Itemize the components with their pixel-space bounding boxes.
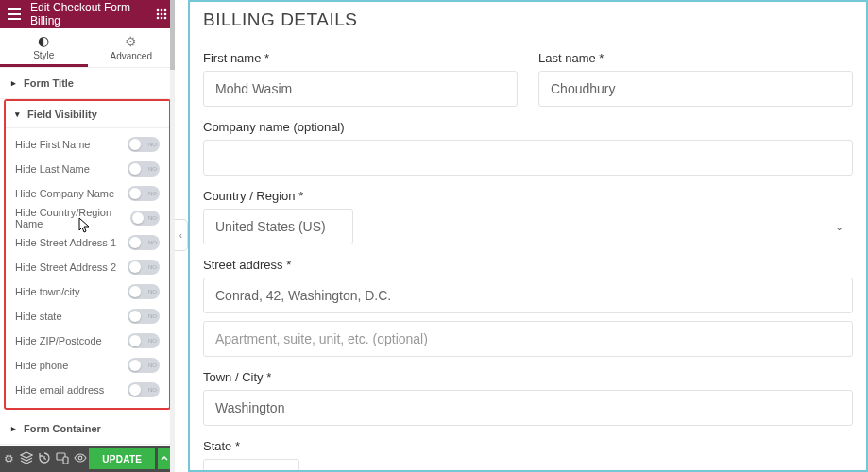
svg-point-3 — [157, 13, 160, 16]
town-label: Town / City * — [203, 370, 853, 384]
field-visibility-row: Hide Last NameNO — [15, 157, 160, 181]
section-form-container[interactable]: ▸ Form Container — [0, 413, 175, 445]
billing-heading: BILLING DETAILS — [203, 9, 853, 30]
company-input[interactable] — [203, 140, 853, 176]
company-label: Company name (optional) — [203, 120, 853, 134]
settings-icon[interactable]: ⚙ — [0, 452, 18, 465]
toggle-switch[interactable]: NO — [128, 137, 160, 152]
svg-rect-10 — [63, 457, 68, 464]
app-grid-icon[interactable] — [156, 8, 167, 20]
toggle-switch[interactable]: NO — [128, 333, 160, 348]
street-field: Street address * — [203, 258, 853, 313]
svg-point-2 — [164, 9, 167, 12]
field-visibility-row: Hide stateNO — [15, 304, 160, 329]
sidebar-footer: ⚙ UPDATE — [0, 446, 175, 472]
tab-label: Style — [33, 50, 54, 60]
field-visibility-row: Hide First NameNO — [15, 132, 160, 157]
field-visibility-row: Hide Company NameNO — [15, 181, 160, 206]
field-visibility-row: Hide phoneNO — [15, 353, 160, 378]
field-visibility-label: Hide state — [15, 311, 62, 322]
tab-label: Advanced — [111, 51, 152, 61]
country-label: Country / Region * — [203, 189, 853, 203]
history-icon[interactable] — [36, 451, 54, 467]
update-button[interactable]: UPDATE — [89, 448, 155, 469]
sidebar: Edit Checkout Form Billing ◐ Style ⚙ Adv… — [0, 0, 175, 472]
toggle-switch[interactable]: NO — [128, 382, 160, 397]
street-label: Street address * — [203, 258, 853, 272]
field-visibility-label: Hide Company Name — [15, 188, 114, 199]
svg-point-8 — [164, 17, 167, 20]
field-visibility-label: Hide town/city — [15, 286, 79, 297]
first-name-field: First name * — [203, 51, 518, 107]
toggle-switch[interactable]: NO — [130, 211, 160, 226]
toggle-switch[interactable]: NO — [128, 260, 160, 275]
field-visibility-label: Hide ZIP/Postcode — [15, 335, 102, 346]
panel-title: Edit Checkout Form Billing — [30, 1, 156, 27]
field-visibility-label: Hide First Name — [15, 139, 90, 150]
hamburger-icon[interactable] — [8, 8, 21, 20]
last-name-label: Last name * — [538, 51, 853, 65]
field-visibility-label: Hide Street Address 1 — [15, 237, 116, 248]
tab-advanced[interactable]: ⚙ Advanced — [88, 28, 176, 67]
section-label: Form Container — [24, 423, 101, 434]
field-visibility-label: Hide Last Name — [15, 163, 90, 175]
svg-point-7 — [161, 17, 163, 20]
field-visibility-row: Hide Street Address 2NO — [15, 255, 160, 279]
toggle-switch[interactable]: NO — [128, 358, 160, 373]
layers-icon[interactable] — [18, 451, 36, 467]
first-name-label: First name * — [203, 51, 518, 65]
last-name-input[interactable] — [538, 71, 853, 107]
tabs: ◐ Style ⚙ Advanced — [0, 28, 175, 68]
section-label: Form Title — [24, 77, 74, 89]
toggle-switch[interactable]: NO — [128, 309, 160, 324]
street1-input[interactable] — [203, 278, 853, 313]
collapse-panel-button[interactable]: ‹ — [175, 219, 188, 251]
town-input[interactable] — [203, 390, 853, 426]
chevron-right-icon: ▸ — [11, 78, 16, 88]
street2-field — [203, 321, 853, 357]
svg-point-11 — [78, 456, 82, 460]
toggle-switch[interactable]: NO — [128, 161, 160, 177]
preview-pane: BILLING DETAILS First name * Last name *… — [188, 0, 868, 472]
field-visibility-body: Hide First NameNOHide Last NameNOHide Co… — [6, 128, 169, 408]
style-icon: ◐ — [38, 33, 49, 48]
responsive-icon[interactable] — [53, 451, 71, 467]
field-visibility-label: Hide email address — [15, 384, 104, 396]
state-field: State * California ⌄ — [203, 439, 853, 472]
preview-icon[interactable] — [71, 451, 89, 467]
section-form-title[interactable]: ▸ Form Title — [0, 68, 175, 99]
svg-point-5 — [164, 13, 167, 16]
section-field-visibility-box: ▾ Field Visibility Hide First NameNOHide… — [4, 99, 171, 410]
field-visibility-row: Hide email addressNO — [15, 378, 160, 402]
town-field: Town / City * — [203, 370, 853, 426]
section-label: Field Visibility — [27, 109, 97, 120]
toggle-switch[interactable]: NO — [128, 235, 160, 250]
field-visibility-row: Hide town/cityNO — [15, 279, 160, 304]
chevron-down-icon: ⌄ — [835, 221, 843, 233]
chevron-down-icon: ▾ — [15, 110, 20, 119]
street2-input[interactable] — [203, 321, 853, 357]
field-visibility-row: Hide Street Address 1NO — [15, 230, 160, 255]
gear-icon: ⚙ — [125, 34, 137, 49]
last-name-field: Last name * — [538, 51, 853, 107]
first-name-input[interactable] — [203, 71, 518, 107]
country-field: Country / Region * United States (US) ⌄ — [203, 189, 853, 244]
field-visibility-label: Hide Country/Region Name — [15, 207, 130, 229]
update-options-button[interactable] — [158, 448, 171, 469]
sidebar-header: Edit Checkout Form Billing — [0, 0, 175, 28]
state-label: State * — [203, 439, 853, 453]
svg-point-4 — [161, 13, 163, 16]
toggle-switch[interactable]: NO — [128, 284, 160, 299]
field-visibility-row: Hide ZIP/PostcodeNO — [15, 329, 160, 353]
section-field-visibility[interactable]: ▾ Field Visibility — [6, 101, 169, 128]
field-visibility-row: Hide Country/Region NameNO — [15, 206, 160, 230]
company-field: Company name (optional) — [203, 120, 853, 176]
state-select[interactable]: California — [203, 459, 299, 472]
svg-point-1 — [161, 9, 163, 12]
tab-style[interactable]: ◐ Style — [0, 28, 88, 67]
svg-point-0 — [157, 9, 160, 12]
field-visibility-label: Hide phone — [15, 360, 68, 371]
toggle-switch[interactable]: NO — [128, 186, 160, 201]
chevron-right-icon: ▸ — [11, 424, 16, 433]
country-select[interactable]: United States (US) — [203, 209, 353, 244]
